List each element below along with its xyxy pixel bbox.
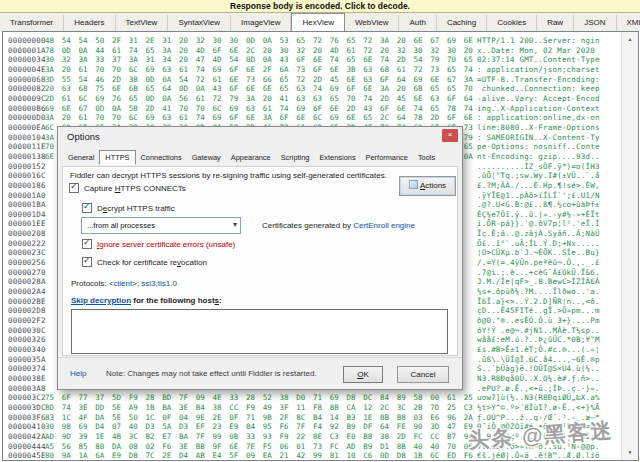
options-tab-extensions[interactable]: Extensions bbox=[314, 150, 360, 164]
tab-cookies[interactable]: Cookies bbox=[487, 15, 537, 31]
hex-bytes: 20 63 68 75 6E 6B 65 64 0D 0A 43 6F 6E 6… bbox=[45, 84, 477, 94]
hex-row: 000003DCBD 74 3E DD 5E A9 1B BA 3E B4 38… bbox=[3, 403, 620, 413]
hex-ascii: Îç.È;ã..@.zâjÀ.Syãñ..Â;NàÛ bbox=[477, 229, 602, 239]
hex-ascii: .ûÕ¦"Tq.;sw.Wy.I#(±VÜ..`.å bbox=[477, 171, 602, 181]
hex-offset: 000003DC bbox=[3, 403, 45, 413]
hex-ascii: ..9.K<²çº.™.3“ù"ŽÃà¸8-üÌ·” bbox=[477, 432, 602, 442]
hex-ascii: .@?.U<G.B:@£..ß¶.½co+ûàÞf± bbox=[477, 200, 602, 210]
decrypt-https-checkbox[interactable]: ✓ Decrypt HTTPS traffic bbox=[82, 203, 175, 213]
hex-offset: 000001A0 bbox=[3, 191, 45, 201]
certenroll-link[interactable]: CertEnroll engine bbox=[353, 221, 415, 230]
options-tab-connections[interactable]: Connections bbox=[136, 150, 187, 164]
hex-bytes: 30 32 3A 33 37 3A 31 34 20 47 4D 54 0D 0… bbox=[45, 55, 477, 65]
hex-offset: 0000016C bbox=[3, 171, 45, 181]
hex-offset: 000002F2 bbox=[3, 316, 45, 326]
scroll-up-icon[interactable]: ▲ bbox=[622, 32, 638, 47]
checkbox-checked-icon: ✓ bbox=[82, 257, 92, 267]
tab-raw[interactable]: Raw bbox=[537, 15, 574, 31]
options-tab-scripting[interactable]: Scripting bbox=[276, 150, 315, 164]
hex-offset: 00000444 bbox=[3, 442, 45, 452]
hex-ascii: uow7]ù(½..N3(R8ÐqiØÜ„‰X.a% bbox=[477, 393, 602, 403]
tab-syntaxview[interactable]: SyntaxView bbox=[168, 15, 231, 31]
hex-offset: 000001BA bbox=[3, 200, 45, 210]
checkbox-checked-icon: ✓ bbox=[69, 183, 79, 193]
hex-bytes: 3A 20 61 70 70 6C 69 63 61 74 69 6F 6E 2… bbox=[45, 65, 477, 75]
hex-ascii: : SAMEORIGIN..X-Content-Ty bbox=[477, 133, 602, 143]
ignore-cert-errors-checkbox[interactable]: ✓ Ignore server certificate errors (unsa… bbox=[82, 239, 235, 249]
hex-row: 0000041030 98 69 D4 07 40 D3 5A D3 EF 23… bbox=[3, 422, 620, 432]
hex-offset: 000003C2 bbox=[3, 393, 45, 403]
hex-ascii: 02:37:14 GMT..Content-Type bbox=[477, 55, 602, 65]
options-tab-appearance[interactable]: Appearance bbox=[226, 150, 276, 164]
ignore-cert-errors-label: Ignore server certificate errors (unsafe… bbox=[97, 240, 235, 249]
inspector-tabbar: TransformerHeadersTextViewSyntaxViewImag… bbox=[0, 13, 640, 31]
hex-ascii: £.?M;ÂÀ./...È.Hp.¶!sé>.ÉW, bbox=[477, 181, 602, 191]
tab-caching[interactable]: Caching bbox=[437, 15, 487, 31]
hex-bytes: 69 6E 67 0D 0A 58 2D 41 70 70 6C 69 63 6… bbox=[45, 104, 477, 114]
tab-auth[interactable]: Auth bbox=[399, 15, 436, 31]
skip-decryption-rest: for the following hosts: bbox=[131, 296, 222, 305]
tab-textview[interactable]: TextView bbox=[116, 15, 169, 31]
skip-decryption-link[interactable]: Skip decryption bbox=[71, 296, 131, 305]
tab-imageview[interactable]: ImageView bbox=[231, 15, 291, 31]
hex-ascii: ¥V…€Ú..ö>»Ÿn~õ..sü.¹Ñ‹@@p. bbox=[477, 442, 602, 452]
hex-offset: 000002D8 bbox=[3, 306, 45, 316]
tab-headers[interactable]: Headers bbox=[64, 15, 115, 31]
hex-offset: 00000068 bbox=[3, 75, 45, 85]
hex-offset: 00000138 bbox=[3, 152, 45, 162]
hex-bytes: A5 56 85 80 DA 08 02 F6 3E BB 9F 6E 7E F… bbox=[45, 442, 477, 452]
certificate-icon bbox=[409, 180, 418, 189]
process-filter-select[interactable]: ...from all processes ▾ bbox=[81, 217, 241, 234]
check-icon: ✓ bbox=[83, 201, 91, 211]
options-tab-tools[interactable]: Tools bbox=[413, 150, 440, 164]
protocols-line: Protocols: <client>; ssl3;tls1.0 bbox=[71, 279, 177, 288]
hex-ascii: óY!Ý .e@¬.#jN1..MÂè.T¼sp.. bbox=[477, 326, 602, 336]
scroll-down-icon[interactable]: ▼ bbox=[622, 445, 638, 460]
capture-https-checkbox[interactable]: ✓ Capture HTTPS CONNECTs bbox=[69, 183, 186, 193]
vertical-scrollbar[interactable]: ▲ ▼ bbox=[621, 32, 638, 460]
decode-banner-text: Response body is encoded. Click to decod… bbox=[230, 1, 410, 11]
help-link[interactable]: Help bbox=[70, 369, 86, 378]
hex-ascii: : application:online,dx-on bbox=[477, 113, 602, 123]
hex-ascii: ¼s+.ôpùð¼.?M....Îlðwo..'a. bbox=[477, 287, 602, 297]
hex-row: 0000004E3A 20 61 70 70 6C 69 63 61 74 69… bbox=[3, 65, 620, 75]
options-tab-performance[interactable]: Performance bbox=[361, 150, 413, 164]
hex-offset: 000003A8 bbox=[3, 384, 45, 394]
restart-note: Note: Changes may not take effect until … bbox=[106, 369, 317, 378]
options-tabbar: GeneralHTTPSConnectionsGatewayAppearance… bbox=[63, 150, 440, 164]
hex-offset: 0000030C bbox=[3, 326, 45, 336]
check-icon: ✓ bbox=[70, 181, 78, 191]
tab-json[interactable]: JSON bbox=[574, 15, 616, 31]
hex-offset: 00000208 bbox=[3, 229, 45, 239]
tab-webview[interactable]: WebView bbox=[345, 15, 400, 31]
hex-bytes: 80 9A 1A 6A E9 D8 7C 2E D4 AB E4 5F 09 E… bbox=[45, 451, 477, 461]
skip-hosts-input[interactable] bbox=[71, 309, 448, 354]
tab-xml[interactable]: XML bbox=[617, 15, 640, 31]
hex-ascii: -alive..Vary: Accept-Encod bbox=[477, 94, 602, 104]
https-description: Fiddler can decrypt HTTPS sessions by re… bbox=[70, 171, 387, 180]
hex-offset: 00000000 bbox=[3, 36, 45, 46]
options-tab-https[interactable]: HTTPS bbox=[99, 150, 135, 165]
options-tab-gateway[interactable]: Gateway bbox=[187, 150, 226, 164]
close-icon[interactable]: × bbox=[442, 129, 458, 142]
hex-row: 0000001A78 0D 0A 44 61 74 65 3A 20 4D 6F… bbox=[3, 46, 620, 56]
protocols-value[interactable]: <client>; ssl3;tls1.0 bbox=[109, 279, 177, 288]
cancel-button[interactable]: Cancel bbox=[397, 366, 449, 383]
hex-offset: 000001D4 bbox=[3, 210, 45, 220]
check-revocation-checkbox[interactable]: ✓ Check for certificate revocation bbox=[82, 257, 207, 267]
hex-ascii: line:8080..X-Frame-Options bbox=[477, 123, 602, 133]
hex-offset: 00000222 bbox=[3, 239, 45, 249]
actions-button[interactable]: Actions bbox=[399, 176, 456, 196]
tab-hexview[interactable]: HexView bbox=[291, 13, 344, 31]
tab-transformer[interactable]: Transformer bbox=[0, 15, 64, 31]
hex-ascii: ÈÇ¼e7Ôî.ý..û.|».-y#¼-»+ÈÏt bbox=[477, 210, 602, 220]
hex-bytes: 2D 61 6C 69 76 65 0D 0A 56 61 72 79 3A 2… bbox=[45, 94, 477, 104]
hex-offset: 000003F6 bbox=[3, 413, 45, 423]
ok-button[interactable]: OK bbox=[343, 366, 383, 383]
options-tab-general[interactable]: General bbox=[63, 150, 99, 164]
hex-ascii: .ÿYÏE@1..pÀô>íÍLÍ`';£.Uî/N bbox=[477, 191, 602, 201]
hex-bytes: AD 9D 39 1E 4B 3C B2 E7 BA 7F 99 0B 33 9… bbox=[45, 432, 477, 442]
hex-offset: 000002A4 bbox=[3, 287, 45, 297]
decode-banner[interactable]: Response body is encoded. Click to decod… bbox=[0, 0, 640, 13]
dialog-footer: Help Note: Changes may not take effect u… bbox=[58, 357, 462, 389]
